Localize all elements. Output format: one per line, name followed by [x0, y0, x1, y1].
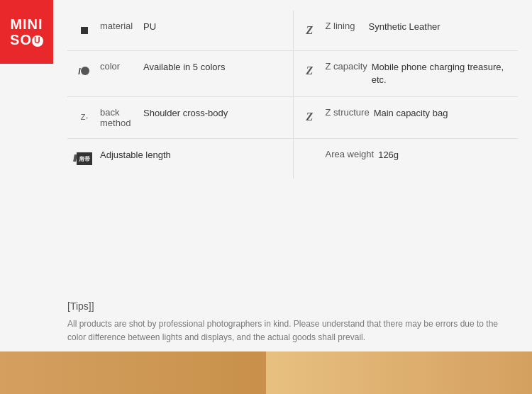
spec-row-3: Z- backmethod Shoulder cross-body Z Z st…	[67, 97, 518, 139]
spec-row-4: 肩带 Adjustable length Area weight 126g	[67, 139, 518, 179]
back-method-label: backmethod	[100, 107, 139, 128]
spec-row-1: material PU Z Z lining Synthetic Leather	[67, 11, 518, 51]
logo-line2: SOU	[10, 32, 43, 47]
spec-lining: Z Z lining Synthetic Leather	[293, 11, 519, 51]
structure-label: Z structure	[326, 107, 370, 118]
lining-icon: Z	[300, 21, 320, 40]
tips-title: [Tips]]	[67, 300, 518, 312]
material-label: material	[100, 21, 139, 31]
capacity-icon: Z	[300, 61, 320, 81]
logo: MINI SOU	[10, 16, 43, 47]
strap-icon: 肩带	[74, 149, 94, 169]
bottom-strip	[0, 351, 532, 394]
capacity-label: Z capacity	[326, 61, 367, 72]
strap-value: Adjustable length	[100, 149, 171, 162]
lining-value: Synthetic Leather	[369, 21, 440, 33]
area-weight-label: Area weight	[326, 149, 375, 159]
spec-capacity: Z Z capacity Mobile phone charging treas…	[293, 51, 519, 97]
lining-label: Z lining	[326, 21, 365, 31]
spec-back-method: Z- backmethod Shoulder cross-body	[67, 97, 293, 139]
back-method-icon: Z-	[74, 107, 94, 127]
area-weight-value: 126g	[378, 149, 399, 162]
color-icon: /	[74, 61, 94, 81]
spec-color: / color Available in 5 colors	[67, 51, 293, 97]
area-weight-icon	[300, 149, 320, 169]
bottom-strip-right	[266, 351, 532, 394]
logo-header: MINI SOU	[0, 0, 53, 64]
structure-value: Main capacity bag	[374, 107, 448, 120]
spec-strap: 肩带 Adjustable length	[67, 139, 293, 179]
spec-material: material PU	[67, 11, 293, 51]
spec-row-2: / color Available in 5 colors Z Z capaci…	[67, 51, 518, 97]
capacity-value: Mobile phone charging treasure, etc.	[372, 61, 511, 86]
color-label: color	[100, 61, 139, 72]
content-area: material PU Z Z lining Synthetic Leather…	[53, 0, 532, 351]
back-method-value: Shoulder cross-body	[143, 107, 228, 120]
material-value: PU	[143, 21, 156, 33]
bottom-strip-left	[0, 351, 266, 394]
color-value: Available in 5 colors	[143, 61, 225, 74]
spec-area-weight: Area weight 126g	[293, 139, 519, 179]
tips-section: [Tips]] All products are shot by profess…	[53, 300, 532, 344]
spec-structure: Z Z structure Main capacity bag	[293, 97, 519, 139]
tips-content: All products are shot by professional ph…	[67, 317, 518, 344]
structure-icon: Z	[300, 107, 320, 127]
material-icon	[74, 21, 94, 40]
logo-line1: MINI	[10, 16, 43, 32]
